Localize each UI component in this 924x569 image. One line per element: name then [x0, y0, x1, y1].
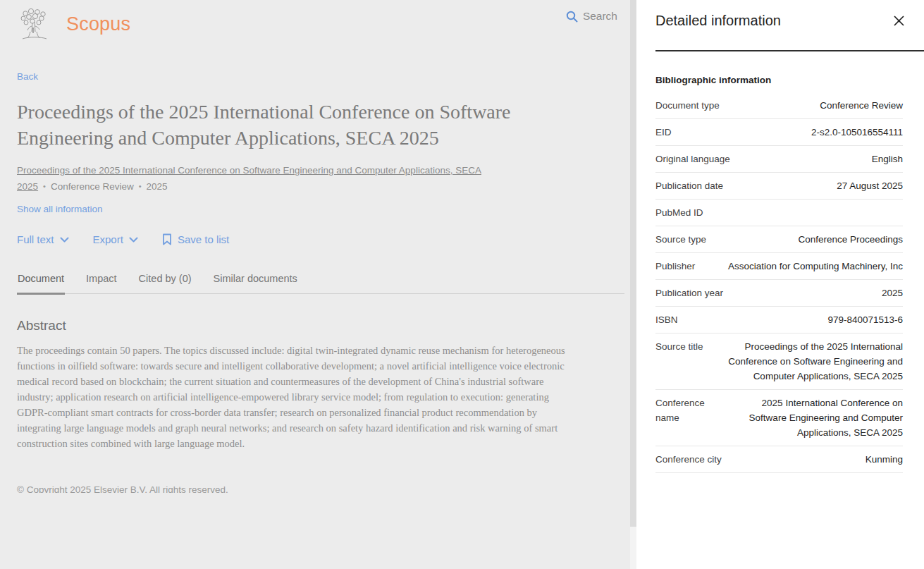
- row-value: 2025 International Conference on Softwar…: [720, 396, 903, 440]
- row-value: Conference Review: [813, 98, 903, 113]
- detail-row: Source typeConference Proceedings: [655, 226, 903, 253]
- bookmark-icon: [162, 233, 172, 245]
- export-dropdown[interactable]: Export: [93, 233, 138, 245]
- close-panel-button[interactable]: [892, 14, 906, 27]
- tab-impact[interactable]: Impact: [85, 273, 118, 295]
- separator-dot: •: [43, 182, 46, 190]
- row-value: 2-s2.0-105016554111: [804, 125, 903, 140]
- panel-header: Detailed information: [636, 0, 924, 29]
- action-bar: Full text Export Save to list: [17, 233, 630, 245]
- detail-row: Document typeConference Review: [655, 92, 903, 119]
- back-link[interactable]: Back: [17, 71, 38, 82]
- document-type-text: Conference Review: [51, 181, 134, 192]
- bibliographic-rows: Document typeConference ReviewEID2-s2.0-…: [655, 92, 903, 473]
- search-icon: [566, 11, 578, 23]
- separator-dot: •: [139, 182, 142, 190]
- detail-row: Original languageEnglish: [655, 146, 903, 173]
- row-label: Publisher: [655, 259, 695, 274]
- detail-row: Publication year2025: [655, 280, 903, 307]
- detail-row: Conference name2025 International Confer…: [655, 390, 903, 446]
- detail-row: PublisherAssociation for Computing Machi…: [655, 253, 903, 280]
- tab-cited-by-0[interactable]: Cited by (0): [138, 273, 192, 295]
- row-value: Association for Computing Machinery, Inc: [721, 259, 903, 274]
- full-text-dropdown[interactable]: Full text: [17, 233, 69, 245]
- row-value: English: [865, 152, 903, 166]
- tab-similar-documents[interactable]: Similar documents: [213, 273, 298, 295]
- row-label: Original language: [655, 152, 730, 166]
- tab-document[interactable]: Document: [17, 273, 65, 295]
- panel-title: Detailed information: [655, 13, 781, 28]
- elsevier-tree-logo-icon: [17, 8, 52, 40]
- main-scrollbar-track: [630, 0, 636, 569]
- row-label: Source title: [655, 339, 716, 354]
- row-label: ISBN: [655, 312, 678, 327]
- row-label: Conference city: [655, 452, 722, 467]
- source-meta-line: Proceedings of the 2025 International Co…: [17, 163, 505, 195]
- detail-row: ISBN979-840071513-6: [655, 307, 903, 334]
- document-title: Proceedings of the 2025 International Co…: [17, 99, 581, 151]
- panel-body: Bibliographic information Document typeC…: [636, 51, 924, 473]
- close-icon: [894, 16, 904, 26]
- year-text: 2025: [147, 181, 168, 192]
- detail-row: Source titleProceedings of the 2025 Inte…: [655, 334, 903, 390]
- abstract-heading: Abstract: [17, 318, 630, 334]
- row-value: 979-840071513-6: [820, 312, 903, 327]
- row-label: PubMed ID: [655, 205, 703, 220]
- row-value: Proceedings of the 2025 International Co…: [720, 339, 903, 384]
- row-label: Publication year: [655, 286, 723, 300]
- header: Scopus Search: [17, 0, 630, 42]
- detailed-information-panel: Detailed information Bibliographic infor…: [636, 0, 924, 569]
- detail-row: PubMed ID: [655, 200, 903, 226]
- chevron-down-icon: [60, 237, 69, 243]
- chevron-down-icon: [129, 237, 138, 243]
- save-to-list-button[interactable]: Save to list: [162, 233, 229, 245]
- search-label: Search: [583, 10, 617, 23]
- row-label: Conference name: [655, 396, 716, 425]
- row-value: Conference Proceedings: [791, 232, 903, 247]
- scopus-brand-link[interactable]: Scopus: [17, 8, 130, 40]
- search-button[interactable]: Search: [566, 10, 617, 23]
- detail-row: Conference cityKunming: [655, 446, 903, 473]
- abstract-text: The proceedings contain 50 papers. The t…: [17, 343, 572, 451]
- row-label: Publication date: [655, 178, 723, 193]
- row-label: Source type: [655, 232, 706, 247]
- export-label: Export: [93, 233, 123, 245]
- detail-row: Publication date27 August 2025: [655, 173, 903, 200]
- row-label: EID: [655, 125, 672, 140]
- brand-name: Scopus: [66, 13, 130, 35]
- save-to-list-label: Save to list: [178, 233, 229, 245]
- main-content: Scopus Search Back Proceedings of the 20…: [0, 0, 630, 493]
- tab-bar: DocumentImpactCited by (0)Similar docume…: [17, 273, 624, 294]
- copyright-text: © Copyright 2025 Elsevier B.V. All right…: [17, 484, 228, 493]
- main-page: Scopus Search Back Proceedings of the 20…: [0, 0, 630, 569]
- full-text-label: Full text: [17, 233, 54, 245]
- row-label: Document type: [655, 98, 720, 113]
- row-value: 2025: [875, 286, 903, 300]
- main-scrollbar-thumb[interactable]: [630, 0, 636, 527]
- detail-row: EID2-s2.0-105016554111: [655, 119, 903, 146]
- row-value: Kunming: [858, 452, 903, 467]
- row-value: 27 August 2025: [830, 178, 903, 193]
- show-all-information-link[interactable]: Show all information: [17, 204, 103, 214]
- bibliographic-section-heading: Bibliographic information: [655, 75, 903, 85]
